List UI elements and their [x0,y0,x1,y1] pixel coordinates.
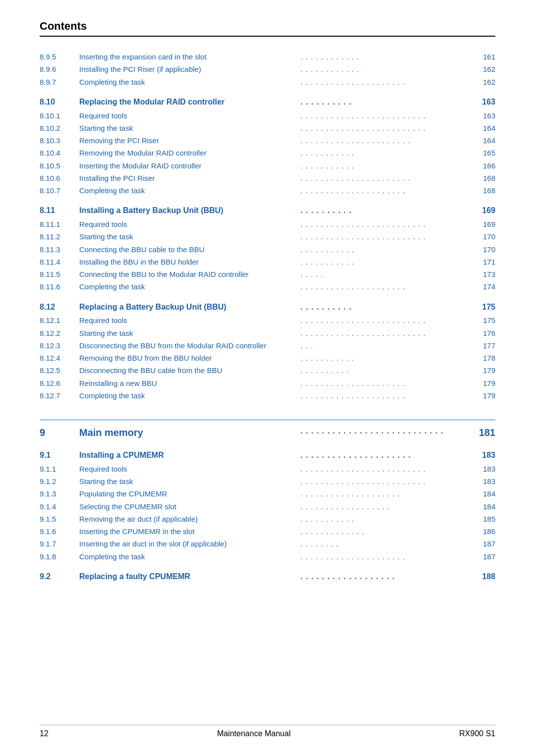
toc-item-title: Connecting the BBU cable to the BBU [79,243,298,256]
toc-item-dots: . . . . . . . . . . . . . . . . . . . . … [298,76,471,88]
toc-item-dots: . . . . . . . . . . . . . . . . . . . . … [298,218,471,230]
toc-item-title: Removing the BBU from the BBU holder [79,352,298,364]
toc-chapter-title: Replacing the Modular RAID controller [79,95,298,109]
toc-item-dots: . . . . . . . . . . . . . [298,525,471,538]
toc-chapter-dots: . . . . . . . . . . [298,300,471,315]
toc-item-title: Inserting the Modular RAID controller [79,160,298,172]
toc-item-page: 169 [471,218,495,230]
toc-item-row: 8.12.7 Completing the task . . . . . . .… [40,389,495,402]
toc-chapter-page: 175 [471,300,495,315]
toc-item-page: 161 [471,51,495,63]
toc-item-page: 168 [471,172,495,184]
toc-item-num: 9.1.8 [40,550,79,563]
toc-item-row: 8.10.6 Installing the PCI Riser . . . . … [40,172,495,184]
toc-item-page: 175 [471,314,495,326]
toc-item-title: Completing the task [79,76,298,88]
toc-item-row: 8.12.6 Reinstalling a new BBU . . . . . … [40,377,495,389]
toc-item-row: 8.10.1 Required tools . . . . . . . . . … [40,109,495,122]
toc-item-title: Completing the task [79,550,298,563]
toc-item-dots: . . . . . . . . . . . [298,243,471,256]
toc-chapter-title: Main memory [79,424,298,441]
toc-item-row: 9.1.5 Removing the air duct (if applicab… [40,513,495,525]
toc-item-num: 9.1.1 [40,463,79,475]
toc-item-page: 183 [471,463,495,475]
toc-item-dots: . . . . . . . . . . . [298,160,471,172]
page: Contents 8.9.5 Inserting the expansion c… [0,0,535,756]
toc-item-page: 165 [471,147,495,159]
toc-item-row: 9.1.7 Inserting the air duct in the slot… [40,538,495,550]
toc-item-num: 8.12.2 [40,327,79,339]
toc-item-row: 8.10.7 Completing the task . . . . . . .… [40,184,495,197]
toc-chapter-page: 163 [471,95,495,109]
toc-item-num: 9.1.6 [40,525,79,538]
toc-item-dots: . . . . . . . . . . . . . . . . . . . . … [298,109,471,122]
toc-item-dots: . . . . . . . . . . . . . . . . . . [298,500,471,513]
toc-item-num: 8.11.5 [40,268,79,280]
toc-item-page: 162 [471,63,495,75]
toc-chapter-page: 183 [471,448,495,463]
toc-item-dots: . . . . . . . . . . . . . . . . . . . . … [298,280,471,293]
toc-item-title: Installing the BBU in the BBU holder [79,256,298,268]
toc-chapter-page: 169 [471,204,495,218]
toc-item-title: Starting the task [79,475,298,487]
toc-item-page: 164 [471,122,495,134]
toc-chapter-row: 8.12 Replacing a Battery Backup Unit (BB… [40,300,495,315]
toc-chapter-row: 8.10 Replacing the Modular RAID controll… [40,95,495,109]
toc-item-page: 179 [471,364,495,377]
toc-item-page: 166 [471,160,495,172]
toc-chapter-title: Installing a Battery Backup Unit (BBU) [79,204,298,218]
footer-page-number: 12 [40,729,49,738]
footer-product: RX900 S1 [459,729,495,738]
toc-item-dots: . . . . . . . . . . . . . . . . . . . . … [298,463,471,475]
toc-item-dots: . . . . . . . . . . . . . . . . . . . . … [298,314,471,326]
toc-item-page: 170 [471,230,495,243]
toc-item-num: 8.11.6 [40,280,79,293]
toc-item-title: Installing the PCI Riser (if applicable) [79,63,298,75]
toc-item-dots: . . . . . . . . . . . [298,256,471,268]
toc-item-num: 8.12.7 [40,389,79,402]
toc-item-num: 8.10.5 [40,160,79,172]
toc-item-dots: . . . . . . . . . . . . . . . . . . . . … [298,122,471,134]
toc-item-row: 8.12.3 Disconnecting the BBU from the Mo… [40,339,495,352]
toc-item-title: Removing the PCI Riser [79,134,298,147]
toc-item-num: 8.11.3 [40,243,79,256]
toc-chapter-title: Replacing a Battery Backup Unit (BBU) [79,300,298,315]
toc-item-dots: . . . . . [298,268,471,280]
toc-item-title: Removing the Modular RAID controller [79,147,298,159]
toc-chapter-num: 8.12 [40,300,79,315]
toc-item-title: Required tools [79,109,298,122]
toc-chapter-dots: . . . . . . . . . . [298,204,471,218]
toc-item-page: 164 [471,134,495,147]
toc-item-page: 177 [471,339,495,352]
toc-item-dots: . . . . . . . . . . . . . . . . . . . . … [298,475,471,487]
toc-item-dots: . . . . . . . . . . . [298,352,471,364]
toc-item-title: Inserting the air duct in the slot (if a… [79,538,298,550]
toc-item-title: Starting the task [79,327,298,339]
toc-item-dots: . . . . . . . . . . . . . . . . . . . . … [298,377,471,389]
toc-chapter-row: 8.11 Installing a Battery Backup Unit (B… [40,204,495,218]
toc-item-num: 8.10.4 [40,147,79,159]
toc-item-title: Installing the PCI Riser [79,172,298,184]
toc-item-row: 8.11.4 Installing the BBU in the BBU hol… [40,256,495,268]
toc-item-num: 8.12.3 [40,339,79,352]
toc-item-num: 8.12.6 [40,377,79,389]
toc-item-title: Required tools [79,218,298,230]
toc-item-title: Removing the air duct (if applicable) [79,513,298,525]
toc-item-page: 184 [471,487,495,500]
toc-item-num: 8.11.4 [40,256,79,268]
toc-item-page: 187 [471,538,495,550]
toc-item-row: 8.11.2 Starting the task . . . . . . . .… [40,230,495,243]
toc-chapter-row: 9 Main memory . . . . . . . . . . . . . … [40,424,495,441]
toc-item-dots: . . . . . . . . . . [298,364,471,377]
toc-item-page: 186 [471,525,495,538]
toc-item-dots: . . . . . . . . . . . . [298,63,471,75]
toc-item-dots: . . . . . . . . . . . . [298,51,471,63]
toc-item-row: 8.10.3 Removing the PCI Riser . . . . . … [40,134,495,147]
toc-item-dots: . . . . . . . . . . . . . . . . . . . . … [298,550,471,563]
toc-item-row: 9.1.6 Inserting the CPUMEMR in the slot … [40,525,495,538]
toc-item-page: 170 [471,243,495,256]
toc-item-row: 9.1.1 Required tools . . . . . . . . . .… [40,463,495,475]
toc-item-dots: . . . . . . . . . . . . . . . . . . . . … [298,327,471,339]
toc-item-page: 174 [471,280,495,293]
toc-item-num: 8.11.1 [40,218,79,230]
